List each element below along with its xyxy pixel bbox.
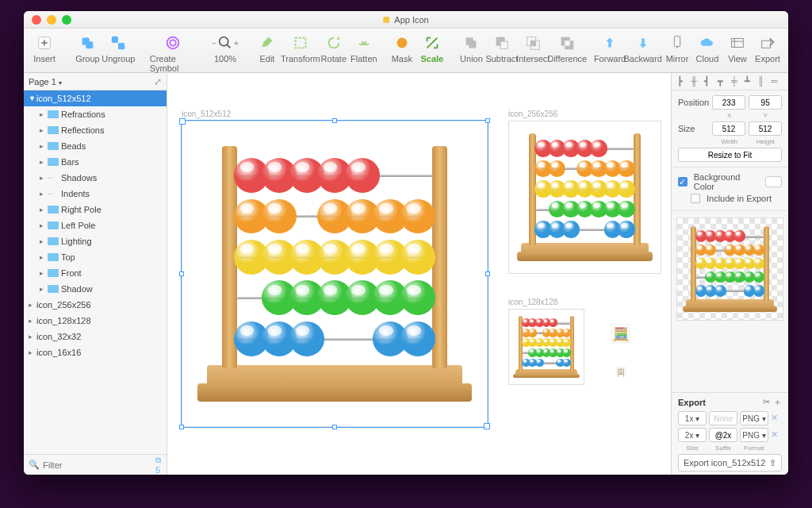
- svg-point-18: [676, 47, 678, 48]
- artboard-128[interactable]: [508, 309, 584, 385]
- expand-icon[interactable]: ⤢: [154, 76, 162, 87]
- preview: [676, 217, 783, 321]
- layer-item[interactable]: ▸┄Indents: [24, 186, 167, 202]
- layer-item[interactable]: ▸Refractions: [24, 106, 167, 122]
- inspector: ┣ ╫ ┫ ┳ ╪ ┻ ║ ═ Position XY Size Wid: [671, 73, 788, 475]
- layer-item[interactable]: ▸icon_128x128: [24, 313, 167, 329]
- layer-item[interactable]: ▸Shadow: [24, 281, 167, 297]
- export-artboard-button[interactable]: Export icon_512x512⇪: [678, 454, 782, 471]
- size-label: Size: [678, 124, 709, 133]
- transform-button[interactable]: Transform: [283, 33, 318, 65]
- remove-icon[interactable]: ✕: [771, 429, 782, 441]
- intersect-button[interactable]: Intersect: [518, 33, 548, 65]
- zoom-control[interactable]: −+100%: [211, 33, 239, 65]
- mask-button[interactable]: Mask: [388, 33, 416, 65]
- svg-point-6: [220, 37, 228, 46]
- layer-item[interactable]: ▼icon_512x512: [24, 90, 167, 106]
- layer-item[interactable]: ▸Front: [24, 265, 167, 281]
- toolbar: Insert Group Ungroup Create Symbol −+100…: [24, 29, 788, 73]
- flatten-button[interactable]: Flatten: [350, 33, 378, 65]
- cloud-button[interactable]: Cloud: [693, 33, 722, 65]
- close-button[interactable]: [32, 15, 41, 25]
- svg-rect-13: [531, 40, 536, 45]
- bg-color-checkbox[interactable]: ✓: [678, 177, 688, 187]
- difference-button[interactable]: Difference: [550, 33, 584, 65]
- export-add-icon[interactable]: ＋: [773, 397, 782, 406]
- layer-item[interactable]: ▸Bars: [24, 154, 167, 170]
- export-scale[interactable]: 2x ▾: [678, 428, 707, 442]
- share-icon: ⇪: [769, 458, 776, 468]
- distribute-h-icon[interactable]: ║: [758, 76, 769, 87]
- artboard-512[interactable]: [182, 121, 488, 427]
- export-suffix[interactable]: [709, 411, 737, 425]
- export-format[interactable]: PNG ▾: [740, 428, 768, 442]
- y-input[interactable]: [749, 95, 782, 110]
- canvas[interactable]: icon_512x512 icon_256x256 icon_128x128: [167, 73, 671, 475]
- mirror-button[interactable]: Mirror: [663, 33, 691, 65]
- pages-dropdown[interactable]: Page 1 ▾ ⤢: [24, 73, 167, 90]
- export-suffix[interactable]: [709, 428, 737, 442]
- artboard-256[interactable]: [508, 121, 661, 274]
- filter-input[interactable]: [43, 460, 152, 470]
- distribute-v-icon[interactable]: ═: [772, 76, 783, 87]
- document-icon: [383, 17, 389, 23]
- align-bottom-icon[interactable]: ┻: [745, 76, 756, 87]
- minimize-button[interactable]: [47, 15, 56, 25]
- layer-item[interactable]: ▸Beads: [24, 138, 167, 154]
- layer-item[interactable]: ▸Lighting: [24, 233, 167, 249]
- artboard-label[interactable]: icon_512x512: [182, 110, 231, 118]
- align-left-icon[interactable]: ┣: [677, 76, 688, 87]
- export-button[interactable]: Export: [753, 33, 782, 65]
- union-button[interactable]: Union: [457, 33, 485, 65]
- edit-button[interactable]: Edit: [253, 33, 282, 65]
- export-format[interactable]: PNG ▾: [740, 411, 768, 425]
- window-title: App Icon: [394, 15, 428, 25]
- layer-item[interactable]: ▸icon_16x16: [24, 344, 167, 360]
- create-symbol-button[interactable]: Create Symbol: [148, 33, 197, 75]
- artboard-label[interactable]: icon_256x256: [508, 110, 557, 118]
- align-top-icon[interactable]: ┳: [718, 76, 729, 87]
- x-input[interactable]: [712, 95, 745, 110]
- svg-rect-16: [565, 40, 569, 45]
- align-center-v-icon[interactable]: ╪: [731, 76, 742, 87]
- resize-to-fit-button[interactable]: Resize to Fit: [678, 148, 782, 162]
- width-input[interactable]: [712, 121, 745, 136]
- layer-item[interactable]: ▸Top: [24, 249, 167, 265]
- insert-button[interactable]: Insert: [30, 33, 59, 65]
- align-right-icon[interactable]: ┫: [704, 76, 715, 87]
- artboard-32[interactable]: [611, 324, 630, 343]
- svg-rect-2: [86, 41, 94, 48]
- bg-swatch[interactable]: [765, 176, 782, 187]
- svg-rect-20: [762, 40, 771, 48]
- export-knife-icon[interactable]: ✂: [763, 397, 770, 406]
- rotate-button[interactable]: Rotate: [320, 33, 348, 65]
- ungroup-button[interactable]: Ungroup: [103, 33, 133, 65]
- layer-item[interactable]: ▸icon_256x256: [24, 297, 167, 313]
- align-center-h-icon[interactable]: ╫: [691, 76, 702, 87]
- export-scale[interactable]: 1x ▾: [678, 411, 707, 425]
- layer-item[interactable]: ▸Right Pole: [24, 202, 167, 217]
- layer-item[interactable]: ▸icon_32x32: [24, 329, 167, 344]
- app-window: App Icon Insert Group Ungroup Create Sym…: [24, 11, 788, 475]
- remove-icon[interactable]: ✕: [771, 413, 782, 424]
- height-input[interactable]: [749, 121, 782, 136]
- svg-rect-19: [732, 39, 744, 48]
- layer-item[interactable]: ▸Reflections: [24, 122, 167, 138]
- forward-button[interactable]: Forward: [596, 33, 624, 65]
- align-controls: ┣ ╫ ┫ ┳ ╪ ┻ ║ ═: [672, 73, 788, 90]
- subtract-button[interactable]: Subtract: [487, 33, 516, 65]
- layer-item[interactable]: ▸┄Shadows: [24, 170, 167, 186]
- titlebar: App Icon: [24, 11, 788, 29]
- svg-rect-7: [295, 38, 305, 48]
- backward-button[interactable]: Backward: [626, 33, 660, 65]
- maximize-button[interactable]: [62, 15, 71, 25]
- group-button[interactable]: Group: [73, 33, 102, 65]
- scale-button[interactable]: Scale: [418, 33, 446, 65]
- layer-item[interactable]: ▸Left Pole: [24, 217, 167, 233]
- search-icon: 🔍: [29, 460, 40, 470]
- view-button[interactable]: View: [723, 33, 752, 65]
- include-export-checkbox[interactable]: [691, 194, 700, 203]
- artboard-label[interactable]: icon_128x128: [508, 298, 557, 306]
- export-title: Export: [678, 398, 706, 407]
- artboard-16[interactable]: [616, 367, 626, 376]
